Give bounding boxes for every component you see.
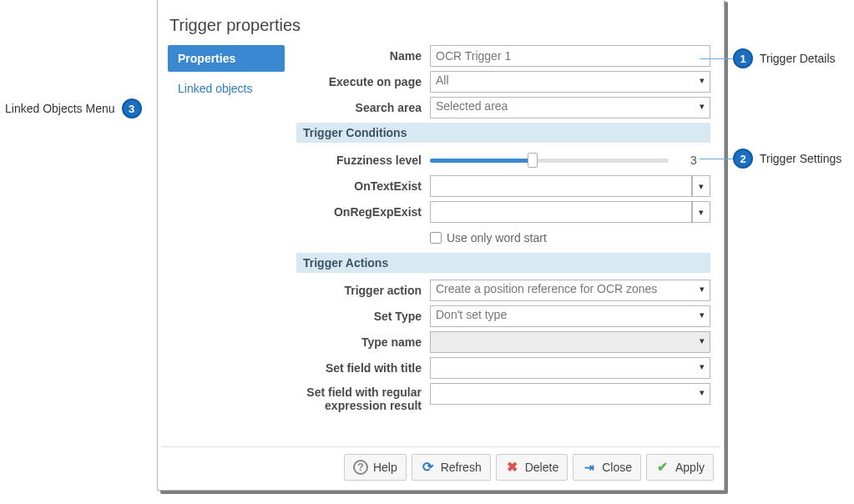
delete-button[interactable]: ✖ Delete	[496, 454, 568, 481]
name-input[interactable]	[430, 45, 710, 67]
callout-text-3: Linked Objects Menu	[5, 102, 115, 115]
wordstart-checkbox[interactable]	[430, 232, 442, 244]
fuzziness-slider[interactable]	[430, 154, 669, 166]
set-type-select[interactable]: Don't set type	[430, 305, 710, 327]
callout-line	[700, 58, 733, 59]
set-type-label: Set Type	[296, 310, 430, 323]
refresh-icon: ⟳	[421, 460, 436, 475]
search-label: Search area	[296, 101, 430, 114]
set-field-regex-select[interactable]	[430, 383, 710, 405]
sidebar: Properties Linked objects	[168, 45, 291, 444]
delete-button-label: Delete	[525, 461, 558, 474]
onregexp-dropdown-button[interactable]: ▾	[692, 201, 710, 223]
apply-button-label: Apply	[675, 461, 705, 474]
onregexp-input[interactable]	[430, 201, 692, 223]
type-name-label: Type name	[296, 335, 430, 349]
tab-properties[interactable]: Properties	[168, 45, 285, 72]
close-icon: ⇥	[582, 460, 597, 475]
callout-trigger-settings: 2 Trigger Settings	[733, 149, 841, 169]
close-button[interactable]: ⇥ Close	[573, 454, 641, 481]
callout-text-2: Trigger Settings	[760, 152, 841, 165]
close-button-label: Close	[602, 461, 632, 474]
help-button-label: Help	[373, 461, 397, 474]
set-field-regex-label: Set field with regular expression result	[296, 383, 430, 412]
trigger-conditions-header: Trigger Conditions	[296, 123, 710, 143]
callout-line	[700, 159, 733, 159]
wordstart-label: Use only word start	[447, 231, 547, 244]
ontextexist-input[interactable]	[430, 175, 692, 197]
callout-badge-1: 1	[733, 48, 753, 68]
trigger-action-select[interactable]: Create a position reference for OCR zone…	[430, 280, 710, 301]
callout-text-1: Trigger Details	[760, 52, 836, 65]
refresh-button[interactable]: ⟳ Refresh	[412, 454, 491, 481]
fuzziness-label: Fuzziness level	[296, 154, 430, 167]
refresh-button-label: Refresh	[441, 461, 482, 474]
fuzziness-value: 3	[677, 154, 710, 167]
dialog-footer: ? Help ⟳ Refresh ✖ Delete ⇥ Close ✔ Appl…	[161, 446, 720, 486]
search-area-select[interactable]: Selected area	[430, 97, 710, 118]
ontextexist-dropdown-button[interactable]: ▾	[692, 175, 710, 197]
callout-badge-2: 2	[733, 149, 753, 169]
callout-badge-3: 3	[122, 98, 142, 118]
type-name-select[interactable]	[430, 331, 710, 353]
apply-button[interactable]: ✔ Apply	[646, 454, 714, 481]
onregexp-label: OnRegExpExist	[296, 205, 430, 219]
ontextexist-label: OnTextExist	[296, 179, 430, 193]
execute-on-page-select[interactable]: All	[430, 71, 710, 93]
name-label: Name	[296, 49, 430, 63]
set-field-title-label: Set field with title	[296, 361, 430, 375]
help-button[interactable]: ? Help	[344, 454, 407, 481]
help-icon: ?	[353, 460, 368, 475]
execute-label: Execute on page	[296, 75, 430, 88]
form-panel: Name Execute on page All Search area Sel…	[291, 45, 714, 444]
callout-trigger-details: 1 Trigger Details	[733, 48, 836, 68]
trigger-action-label: Trigger action	[296, 284, 430, 297]
dialog-title: Trigger properties	[158, 0, 724, 45]
trigger-properties-dialog: Trigger properties Properties Linked obj…	[157, 0, 725, 491]
tab-linked-objects[interactable]: Linked objects	[168, 75, 285, 102]
callout-linked-objects: Linked Objects Menu 3	[5, 98, 142, 118]
trigger-actions-header: Trigger Actions	[296, 253, 710, 273]
apply-icon: ✔	[655, 460, 670, 475]
delete-icon: ✖	[505, 460, 520, 475]
set-field-title-select[interactable]	[430, 357, 710, 379]
